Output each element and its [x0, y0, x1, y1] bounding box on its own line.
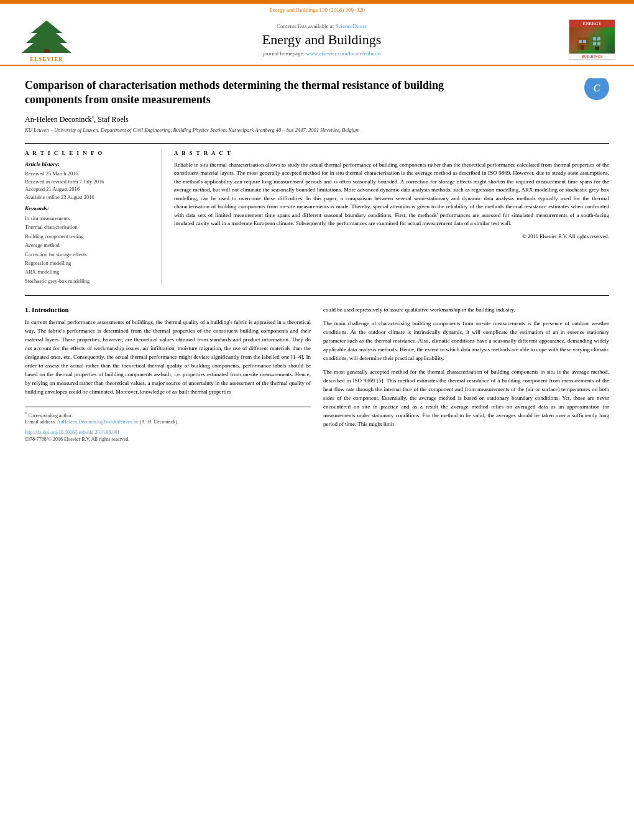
keyword-item: Regression modelling: [25, 259, 152, 267]
body-col-right: could be used repressively to assure qua…: [323, 306, 609, 443]
keyword-item: Average method: [25, 241, 152, 249]
email-suffix: (A.-H. Deconinck).: [140, 419, 178, 425]
svg-rect-5: [581, 45, 584, 50]
footnote-section: * Corresponding author. E-mail address: …: [25, 407, 311, 443]
keyword-item: Correction for storage effects: [25, 250, 152, 259]
keywords-list: In situ measurementsThermal characterisa…: [25, 214, 152, 286]
svg-marker-0: [22, 21, 71, 53]
contents-line: Contents lists available at ScienceDirec…: [75, 23, 569, 29]
header-section: ELSEVIER Contents lists available at Sci…: [0, 14, 634, 66]
elsevier-tree-svg: [19, 19, 75, 53]
online-date: Available online 23 August 2016: [25, 193, 152, 201]
eb-logo: ENERGY BUILDINGS: [569, 19, 615, 60]
abstract-text: Reliable in situ thermal characterisatio…: [174, 161, 609, 228]
keyword-item: Stochastic grey-box modelling: [25, 277, 152, 285]
article-info-col: A R T I C L E I N F O Article history: R…: [25, 150, 162, 286]
affiliation: KU Leuven – University of Leuven, Depart…: [25, 127, 609, 133]
corresponding-label: Corresponding author.: [29, 412, 73, 418]
citation-bar: Energy and Buildings 130 (2016) 309–320: [0, 4, 634, 14]
email-label: E-mail address:: [25, 419, 56, 425]
article-info-header: A R T I C L E I N F O: [25, 150, 152, 156]
svg-rect-7: [593, 37, 596, 40]
author-names: An-Heleen Deconinck*, Staf Roels: [25, 115, 129, 124]
svg-rect-8: [597, 37, 600, 40]
footnote-star: *: [25, 411, 27, 416]
sciencedirect-link[interactable]: ScienceDirect: [336, 23, 367, 29]
history-header: Article history:: [25, 161, 152, 167]
svg-rect-1: [44, 49, 50, 53]
email-link[interactable]: AnHeleen.Deconinck@bwk.kuleuven.be: [57, 419, 139, 425]
article-content: C Comparison of characterisation methods…: [0, 66, 634, 456]
doi-line: http://dx.doi.org/10.1016/j.enbuild.2016…: [25, 430, 311, 435]
eb-logo-bottom-text: BUILDINGS: [569, 53, 615, 59]
email-line: E-mail address: AnHeleen.Deconinck@bwk.k…: [25, 419, 311, 425]
keyword-item: Thermal characterisation: [25, 223, 152, 231]
eb-building-svg: [574, 31, 611, 50]
eb-logo-image: [569, 27, 615, 53]
intro-section-title: 1. Introduction: [25, 306, 311, 313]
two-col-info-abstract: A R T I C L E I N F O Article history: R…: [25, 143, 609, 286]
page: Energy and Buildings 130 (2016) 309–320 …: [0, 0, 634, 840]
article-title: Comparison of characterisation methods d…: [25, 78, 460, 108]
intro-para-2: could be used repressively to assure qua…: [323, 306, 609, 315]
issn-line: 0378-7788/© 2016 Elsevier B.V. All right…: [25, 436, 311, 442]
received-date: Received 25 March 2016: [25, 170, 152, 178]
svg-rect-11: [595, 47, 599, 50]
svg-text:C: C: [594, 83, 600, 93]
elsevier-logo: ELSEVIER: [19, 19, 75, 60]
copyright-line: © 2016 Elsevier B.V. All rights reserved…: [174, 233, 609, 239]
crossmark-badge: C: [584, 78, 609, 100]
svg-rect-10: [597, 42, 600, 45]
journal-title: Energy and Buildings: [75, 32, 569, 48]
homepage-url[interactable]: www.elsevier.com/locate/enbuild: [306, 50, 380, 57]
svg-rect-4: [583, 40, 586, 43]
accepted-date: Accepted 21 August 2016: [25, 185, 152, 193]
intro-para-4: The most generally accepted method for t…: [323, 368, 609, 429]
doi-link[interactable]: http://dx.doi.org/10.1016/j.enbuild.2016…: [25, 430, 120, 435]
contents-prefix: Contents lists available at: [277, 23, 335, 29]
eb-logo-top-text: ENERGY: [569, 20, 615, 27]
corresponding-author-line: * Corresponding author.: [25, 411, 311, 418]
keywords-header: Keywords:: [25, 205, 152, 211]
svg-rect-3: [579, 40, 582, 43]
keyword-item: Building component testing: [25, 232, 152, 241]
citation-text: Energy and Buildings 130 (2016) 309–320: [269, 7, 365, 13]
author-sup: *: [92, 115, 94, 120]
section-num: 1.: [25, 306, 30, 313]
keyword-item: In situ measurements: [25, 214, 152, 223]
crossmark-icon: C: [584, 78, 609, 100]
intro-para-3: The main challenge of characterising bui…: [323, 320, 609, 363]
title-section: C Comparison of characterisation methods…: [25, 78, 609, 115]
crossmark-svg: C: [587, 78, 606, 97]
abstract-col: A B S T R A C T Reliable in situ thermal…: [174, 150, 609, 286]
revised-date: Received in revised form 7 July 2016: [25, 178, 152, 186]
body-col-left: 1. Introduction In current thermal perfo…: [25, 306, 311, 443]
section-divider: [25, 295, 609, 296]
homepage-prefix: journal homepage:: [263, 50, 306, 57]
elsevier-brand-text: ELSEVIER: [19, 56, 75, 62]
abstract-header: A B S T R A C T: [174, 150, 609, 156]
intro-para-1: In current thermal performance assessmen…: [25, 318, 311, 396]
header-center: Contents lists available at ScienceDirec…: [75, 23, 569, 57]
authors: An-Heleen Deconinck*, Staf Roels: [25, 115, 609, 124]
section-title: Introduction: [32, 306, 69, 313]
body-two-col: 1. Introduction In current thermal perfo…: [25, 306, 609, 443]
keyword-item: ARX-modelling: [25, 267, 152, 276]
svg-rect-9: [593, 42, 596, 45]
journal-homepage: journal homepage: www.elsevier.com/locat…: [75, 50, 569, 57]
